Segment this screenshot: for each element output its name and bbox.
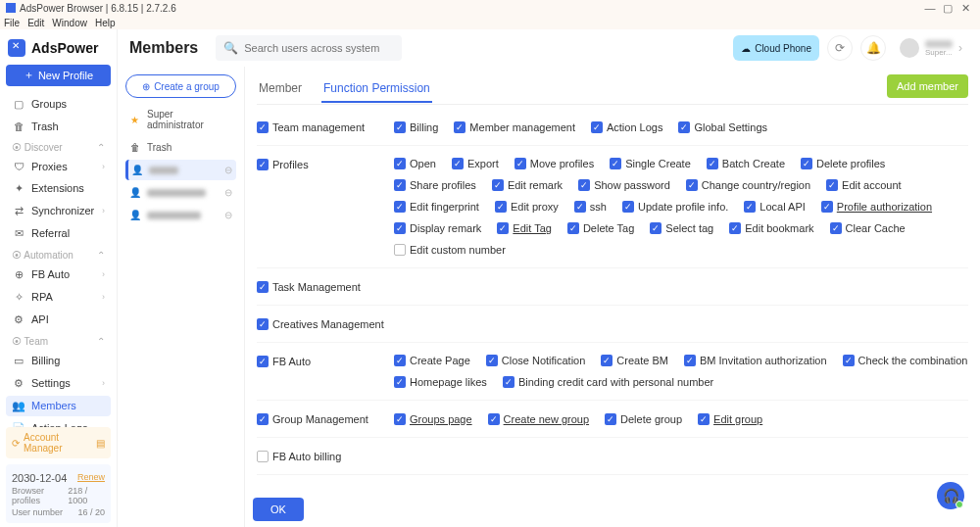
menu-help[interactable]: Help bbox=[95, 18, 116, 28]
new-profile-button[interactable]: ＋ New Profile bbox=[6, 65, 111, 86]
group-row[interactable]: 👤⊖ bbox=[125, 205, 236, 225]
search-input[interactable] bbox=[244, 42, 394, 54]
sidebar-item-referral[interactable]: ✉Referral bbox=[6, 223, 111, 244]
nav-group-team[interactable]: ⦿ Team⌃ bbox=[6, 332, 111, 349]
perm-option[interactable]: ✓Edit proxy bbox=[495, 201, 559, 213]
user-menu[interactable]: Super... › bbox=[894, 36, 968, 60]
search-box[interactable]: 🔍 bbox=[216, 35, 402, 61]
group-label: ⦿ Automation bbox=[12, 250, 74, 261]
checkbox-icon[interactable]: ✓ bbox=[257, 159, 269, 170]
sidebar-item-trash[interactable]: 🗑Trash bbox=[6, 117, 111, 136]
perm-section-checkbox[interactable]: ✓Group Management bbox=[257, 413, 368, 425]
more-icon[interactable]: ⊖ bbox=[224, 187, 232, 198]
perm-option[interactable]: ✓Delete profiles bbox=[801, 158, 885, 169]
group-row[interactable]: 🗑Trash bbox=[125, 137, 236, 158]
perm-option[interactable]: ✓Create new group bbox=[488, 412, 589, 425]
sync-icon[interactable]: ⟳ bbox=[827, 35, 853, 61]
perm-option[interactable]: ✓Show password bbox=[578, 179, 670, 191]
create-group-button[interactable]: ⊕ Create a group bbox=[125, 74, 236, 98]
more-icon[interactable]: ⊖ bbox=[224, 210, 232, 220]
perm-option[interactable]: ✓Edit Tag bbox=[497, 222, 552, 234]
menu-edit[interactable]: Edit bbox=[27, 18, 44, 28]
sidebar-item-billing[interactable]: ▭Billing bbox=[6, 351, 111, 371]
perm-option[interactable]: ✓Clear Cache bbox=[830, 222, 906, 234]
perm-option[interactable]: ✓ssh bbox=[574, 201, 607, 213]
perm-option[interactable]: ✓Groups page bbox=[394, 412, 472, 425]
perm-option[interactable]: ✓Share profiles bbox=[394, 179, 476, 191]
sidebar-item-proxies[interactable]: 🛡Proxies› bbox=[6, 157, 111, 176]
perm-option[interactable]: ✓Batch Create bbox=[707, 158, 785, 169]
perm-section-checkbox[interactable]: FB Auto billing bbox=[257, 451, 341, 462]
tab-function-permission[interactable]: Function Permission bbox=[321, 75, 432, 103]
checkbox-icon[interactable]: ✓ bbox=[257, 356, 269, 367]
perm-option[interactable]: ✓Billing bbox=[394, 120, 438, 133]
close-icon[interactable]: ✕ bbox=[956, 2, 974, 15]
sidebar-item-members[interactable]: 👥Members bbox=[6, 396, 111, 416]
perm-option[interactable]: ✓Edit bookmark bbox=[729, 222, 813, 234]
perm-option[interactable]: ✓Edit account bbox=[826, 179, 902, 191]
perm-option[interactable]: ✓Check the combination bbox=[843, 355, 968, 366]
perm-section-checkbox[interactable]: ✓FB Auto bbox=[257, 356, 311, 367]
perm-option[interactable]: ✓Move profiles bbox=[514, 158, 594, 169]
perm-option[interactable]: ✓Export bbox=[452, 158, 499, 169]
perm-option[interactable]: ✓Edit group bbox=[698, 412, 762, 425]
account-manager-button[interactable]: ⟳ Account Manager ▤ bbox=[6, 427, 111, 458]
perm-option[interactable]: ✓Action Logs bbox=[591, 120, 662, 133]
nav-group-discover[interactable]: ⦿ Discover⌃ bbox=[6, 138, 111, 155]
minimize-icon[interactable]: — bbox=[921, 2, 939, 14]
menu-file[interactable]: File bbox=[4, 18, 20, 28]
maximize-icon[interactable]: ▢ bbox=[939, 2, 956, 15]
perm-option[interactable]: ✓Delete Tag bbox=[567, 222, 634, 234]
sidebar-item-action-logs[interactable]: 📄Action Logs bbox=[6, 418, 111, 427]
sidebar-item-settings[interactable]: ⚙Settings› bbox=[6, 373, 111, 394]
perm-option[interactable]: ✓Delete group bbox=[605, 412, 682, 425]
perm-option[interactable]: ✓Profile authorization bbox=[821, 201, 932, 213]
perm-option[interactable]: ✓Single Create bbox=[610, 158, 691, 169]
checkbox-icon[interactable] bbox=[257, 451, 269, 462]
sidebar-item-rpa[interactable]: ✧RPA› bbox=[6, 287, 111, 308]
sidebar-item-extensions[interactable]: ✦Extensions bbox=[6, 178, 111, 199]
perm-option[interactable]: ✓Member management bbox=[454, 120, 575, 133]
perm-section-checkbox[interactable]: ✓Task Management bbox=[257, 281, 361, 293]
perm-section-checkbox[interactable]: ✓Creatives Management bbox=[257, 318, 384, 330]
tab-member[interactable]: Member bbox=[257, 75, 304, 103]
menu-window[interactable]: Window bbox=[52, 18, 87, 28]
perm-option[interactable]: Edit custom number bbox=[394, 244, 506, 256]
cloud-phone-button[interactable]: ☁ Cloud Phone bbox=[733, 35, 819, 61]
perm-option[interactable]: ✓Homepage likes bbox=[394, 376, 487, 388]
group-row[interactable]: 👤⊖ bbox=[125, 160, 236, 180]
perm-section-checkbox[interactable]: ✓Profiles bbox=[257, 159, 309, 170]
checkbox-icon[interactable]: ✓ bbox=[257, 281, 269, 293]
sidebar-item-fb-auto[interactable]: ⊕FB Auto› bbox=[6, 264, 111, 285]
perm-option[interactable]: ✓Change country/region bbox=[686, 179, 810, 191]
group-row[interactable]: ★Super administrator bbox=[125, 104, 236, 135]
perm-option[interactable]: ✓BM Invitation authorization bbox=[684, 355, 827, 366]
perm-option[interactable]: ✓Display remark bbox=[394, 222, 481, 234]
perm-option[interactable]: ✓Binding credit card with personal numbe… bbox=[503, 376, 713, 388]
sidebar-item-api[interactable]: ⚙API bbox=[6, 310, 111, 330]
perm-option[interactable]: ✓Open bbox=[394, 158, 436, 169]
perm-option[interactable]: ✓Edit remark bbox=[492, 179, 563, 191]
perm-option[interactable]: ✓Create BM bbox=[601, 355, 668, 366]
more-icon[interactable]: ⊖ bbox=[224, 165, 232, 175]
sidebar-item-synchronizer[interactable]: ⇄Synchronizer› bbox=[6, 201, 111, 221]
group-row[interactable]: 👤⊖ bbox=[125, 182, 236, 203]
sidebar-item-groups[interactable]: ▢Groups bbox=[6, 94, 111, 115]
nav-group-automation[interactable]: ⦿ Automation⌃ bbox=[6, 246, 111, 263]
add-member-button[interactable]: Add member bbox=[887, 74, 968, 98]
perm-option[interactable]: ✓Edit fingerprint bbox=[394, 201, 479, 213]
perm-option[interactable]: ✓Local API bbox=[744, 201, 805, 213]
ok-button[interactable]: OK bbox=[253, 498, 304, 521]
perm-section-checkbox[interactable]: ✓Team management bbox=[257, 121, 365, 133]
perm-option[interactable]: ✓Close Notification bbox=[486, 355, 586, 366]
perm-option[interactable]: ✓Create Page bbox=[394, 355, 470, 366]
bell-icon[interactable]: 🔔 bbox=[860, 35, 886, 61]
checkbox-icon[interactable]: ✓ bbox=[257, 318, 269, 330]
checkbox-icon[interactable]: ✓ bbox=[257, 413, 269, 425]
renew-link[interactable]: Renew bbox=[77, 472, 105, 484]
perm-option[interactable]: ✓Global Settings bbox=[678, 120, 767, 133]
perm-option[interactable]: ✓Select tag bbox=[650, 222, 713, 234]
perm-option[interactable]: ✓Update profile info. bbox=[622, 201, 728, 213]
support-fab[interactable]: 🎧 bbox=[937, 482, 964, 509]
checkbox-icon[interactable]: ✓ bbox=[257, 121, 269, 133]
